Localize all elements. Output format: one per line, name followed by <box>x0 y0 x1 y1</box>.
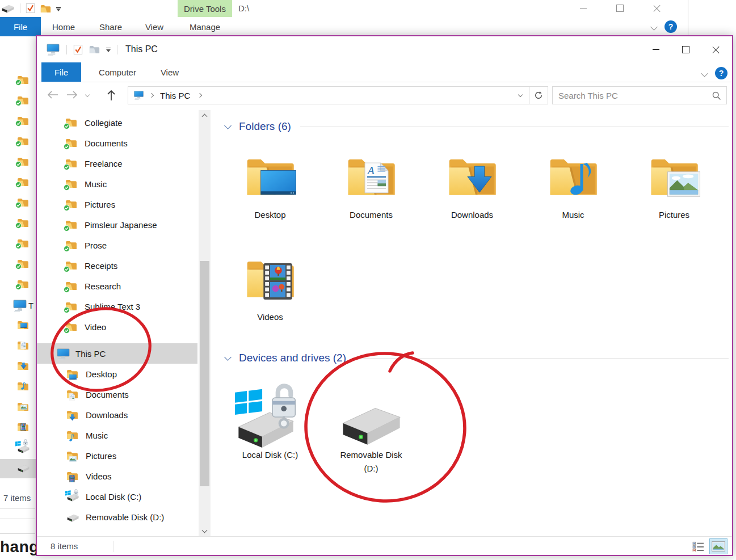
sidebar-item-label: Pimsleur Japanese <box>85 220 157 230</box>
folder-documents-icon <box>66 389 80 400</box>
sidebar-item-local-disk-c[interactable]: Local Disk (C:) <box>37 486 197 507</box>
breadcrumb-chevron[interactable] <box>149 93 154 98</box>
bg-tab-manage[interactable]: Manage <box>183 17 226 36</box>
help-icon[interactable]: ? <box>664 20 677 33</box>
folder-music-icon <box>66 430 80 441</box>
sidebar-item-pimsleur-japanese[interactable]: Pimsleur Japanese <box>37 214 197 235</box>
bg-tab-home[interactable]: Home <box>45 17 82 36</box>
sidebar-item-documents[interactable]: Documents <box>37 384 197 405</box>
checkmark-doc-icon[interactable] <box>26 3 35 14</box>
device-tile-local-disk-c[interactable]: Local Disk (C:) <box>220 376 321 475</box>
titlebar[interactable]: This PC <box>37 36 732 62</box>
sidebar-item-receipts[interactable]: Receipts <box>37 255 197 276</box>
maximize-button[interactable] <box>616 5 624 12</box>
sidebar-item-sublime-text-3[interactable]: Sublime Text 3 <box>37 296 197 317</box>
sidebar-item-music[interactable]: Music <box>37 425 197 445</box>
music-note-icon <box>570 160 592 196</box>
folder-tile-downloads[interactable]: Downloads <box>422 145 523 220</box>
sidebar-item-desktop[interactable]: Desktop <box>37 364 197 384</box>
recent-locations-chevron[interactable] <box>85 92 90 97</box>
group-header-devices[interactable]: Devices and drives (2) <box>211 351 732 365</box>
sidebar-item-freelance[interactable]: Freelance <box>37 153 197 174</box>
divider <box>117 45 117 54</box>
sidebar-item-music-onedrive[interactable]: Music <box>37 174 197 194</box>
tab-computer[interactable]: Computer <box>91 62 144 82</box>
sidebar-item-collegiate[interactable]: Collegiate <box>37 112 197 133</box>
removable-drive-icon[interactable] <box>1 4 15 13</box>
checkmark-doc-icon[interactable] <box>73 44 83 55</box>
breadcrumb-this-pc[interactable]: This PC <box>160 91 190 100</box>
bg-contextual-tab-drive-tools[interactable]: Drive Tools <box>178 0 232 17</box>
folder-tile-pictures[interactable]: Pictures <box>624 145 725 220</box>
sidebar-item-this-pc[interactable]: This PC <box>37 343 197 364</box>
back-icon[interactable] <box>47 91 58 99</box>
bitlocker-padlock-icon <box>73 489 79 497</box>
tab-file[interactable]: File <box>41 62 81 82</box>
details-view-button[interactable] <box>689 538 708 554</box>
folder-tile-documents[interactable]: Documents <box>321 145 422 220</box>
sidebar-item-removable-disk-d[interactable]: Removable Disk (D:) <box>37 507 197 527</box>
customize-qat-caret[interactable] <box>56 9 61 11</box>
collapse-ribbon-icon[interactable] <box>701 70 708 77</box>
close-button[interactable] <box>712 46 720 53</box>
folder-icon[interactable] <box>40 4 51 13</box>
folder-downloads-icon <box>66 409 80 420</box>
sidebar-item-video[interactable]: Video <box>37 317 197 337</box>
search-icon[interactable] <box>712 91 721 100</box>
sidebar-item-pictures[interactable]: Pictures <box>37 445 197 466</box>
film-strip-icon <box>263 263 292 300</box>
scroll-down-arrow[interactable] <box>199 525 211 536</box>
address-bar[interactable]: This PC <box>128 86 529 104</box>
folder-tile-desktop[interactable]: Desktop <box>220 145 321 220</box>
sidebar-item-downloads[interactable]: Downloads <box>37 405 197 425</box>
desktop-monitor-icon <box>260 170 296 198</box>
collapse-group-icon[interactable] <box>224 353 232 361</box>
this-pc-icon[interactable] <box>46 44 60 56</box>
search-input[interactable] <box>553 91 712 100</box>
sidebar-item-pictures-onedrive[interactable]: Pictures <box>37 194 197 214</box>
help-icon[interactable]: ? <box>715 67 727 79</box>
sidebar-item-documents-onedrive[interactable]: Documents <box>37 133 197 153</box>
minimize-button[interactable] <box>580 8 587 9</box>
tab-view[interactable]: View <box>153 62 187 82</box>
folder-icon[interactable] <box>89 45 100 54</box>
minimize-button[interactable] <box>653 49 659 50</box>
this-pc-icon <box>133 91 144 100</box>
refresh-button[interactable] <box>529 86 548 104</box>
search-box[interactable] <box>552 86 727 104</box>
sidebar-item-label: Music <box>86 431 108 440</box>
forward-icon[interactable] <box>66 91 78 99</box>
sidebar-item-research[interactable]: Research <box>37 276 197 296</box>
bg-tab-share[interactable]: Share <box>92 17 129 36</box>
sidebar-scrollbar[interactable] <box>199 110 211 536</box>
scroll-up-arrow[interactable] <box>199 110 211 121</box>
sidebar-item-label: Local Disk (C:) <box>86 492 141 502</box>
film-badge-icon <box>69 475 75 482</box>
device-tile-removable-disk-d[interactable]: Removable Disk(D:) <box>321 376 422 475</box>
sync-check-icon <box>15 161 22 167</box>
bg-tab-view[interactable]: View <box>137 17 171 36</box>
maximize-button[interactable] <box>682 46 689 53</box>
monitor-badge-icon <box>69 374 77 380</box>
folder-tile-music[interactable]: Music <box>523 145 624 220</box>
download-badge-icon <box>69 414 75 421</box>
this-pc-icon[interactable] <box>12 300 27 312</box>
group-header-folders[interactable]: Folders (6) <box>211 119 732 134</box>
customize-qat-caret[interactable] <box>106 49 111 52</box>
sidebar-item-label: Music <box>85 179 107 189</box>
sidebar-item-videos[interactable]: Videos <box>37 466 197 486</box>
address-dropdown-chevron[interactable] <box>518 92 523 96</box>
up-icon[interactable] <box>107 90 115 101</box>
sync-check-icon <box>15 120 22 127</box>
sidebar-item-prose[interactable]: Prose <box>37 235 197 255</box>
collapse-ribbon-icon[interactable] <box>650 23 658 31</box>
bg-tab-file[interactable]: File <box>0 17 41 36</box>
scrollbar-thumb[interactable] <box>200 261 209 486</box>
large-icons-view-button[interactable] <box>709 538 727 554</box>
folder-tile-videos[interactable]: Videos <box>220 247 321 322</box>
breadcrumb-chevron[interactable] <box>197 93 202 98</box>
removable-disk-icon[interactable] <box>17 464 30 473</box>
status-bar: 8 items <box>37 536 732 555</box>
close-button[interactable] <box>653 5 661 12</box>
collapse-group-icon[interactable] <box>224 122 232 129</box>
